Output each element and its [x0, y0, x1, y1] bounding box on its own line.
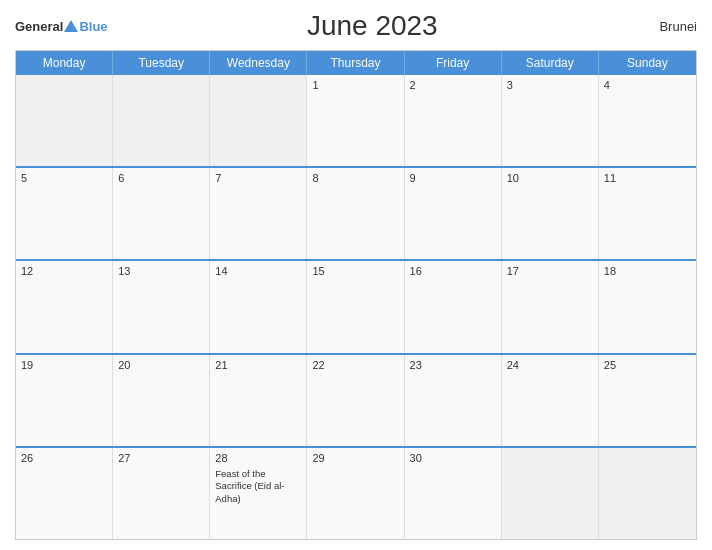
day-number: 9	[410, 172, 496, 184]
day-cell	[210, 75, 307, 166]
day-cell	[502, 448, 599, 539]
day-number: 21	[215, 359, 301, 371]
day-cell: 28Feast of the Sacrifice (Eid al-Adha)	[210, 448, 307, 539]
day-number: 20	[118, 359, 204, 371]
day-number: 10	[507, 172, 593, 184]
day-cell: 1	[307, 75, 404, 166]
day-header-wednesday: Wednesday	[210, 51, 307, 75]
day-header-friday: Friday	[405, 51, 502, 75]
day-cell: 10	[502, 168, 599, 259]
day-number: 15	[312, 265, 398, 277]
day-event: Feast of the Sacrifice (Eid al-Adha)	[215, 468, 301, 505]
day-number: 18	[604, 265, 691, 277]
day-cell: 20	[113, 355, 210, 446]
day-number: 11	[604, 172, 691, 184]
day-number: 6	[118, 172, 204, 184]
calendar-page: General Blue June 2023 Brunei MondayTues…	[0, 0, 712, 550]
logo-blue-text: Blue	[79, 19, 107, 34]
day-cell: 18	[599, 261, 696, 352]
day-cell: 2	[405, 75, 502, 166]
day-cell: 9	[405, 168, 502, 259]
day-cell	[16, 75, 113, 166]
day-number: 29	[312, 452, 398, 464]
day-cell: 8	[307, 168, 404, 259]
day-cell: 13	[113, 261, 210, 352]
day-cell: 21	[210, 355, 307, 446]
week-row-4: 262728Feast of the Sacrifice (Eid al-Adh…	[16, 446, 696, 539]
day-number: 7	[215, 172, 301, 184]
day-number: 4	[604, 79, 691, 91]
logo-general-text: General	[15, 19, 63, 34]
day-number: 27	[118, 452, 204, 464]
day-number: 30	[410, 452, 496, 464]
day-number: 13	[118, 265, 204, 277]
day-cell: 27	[113, 448, 210, 539]
day-cell: 17	[502, 261, 599, 352]
day-header-thursday: Thursday	[307, 51, 404, 75]
logo-triangle-icon	[64, 20, 78, 32]
day-cell: 15	[307, 261, 404, 352]
country-label: Brunei	[637, 19, 697, 34]
day-cell: 19	[16, 355, 113, 446]
day-number: 26	[21, 452, 107, 464]
day-number: 19	[21, 359, 107, 371]
day-cell: 7	[210, 168, 307, 259]
day-number: 28	[215, 452, 301, 464]
day-cell: 16	[405, 261, 502, 352]
day-number: 8	[312, 172, 398, 184]
day-number: 16	[410, 265, 496, 277]
week-row-3: 19202122232425	[16, 353, 696, 446]
day-cell: 14	[210, 261, 307, 352]
day-number: 25	[604, 359, 691, 371]
day-header-monday: Monday	[16, 51, 113, 75]
week-row-2: 12131415161718	[16, 259, 696, 352]
day-header-tuesday: Tuesday	[113, 51, 210, 75]
day-number: 5	[21, 172, 107, 184]
header: General Blue June 2023 Brunei	[15, 10, 697, 42]
day-number: 17	[507, 265, 593, 277]
week-row-1: 567891011	[16, 166, 696, 259]
day-cell: 12	[16, 261, 113, 352]
week-row-0: 1234	[16, 75, 696, 166]
day-cell: 4	[599, 75, 696, 166]
day-cell: 5	[16, 168, 113, 259]
day-cell: 24	[502, 355, 599, 446]
day-cell	[599, 448, 696, 539]
day-cell	[113, 75, 210, 166]
day-cell: 25	[599, 355, 696, 446]
day-cell: 30	[405, 448, 502, 539]
day-number: 1	[312, 79, 398, 91]
day-header-sunday: Sunday	[599, 51, 696, 75]
calendar-title: June 2023	[108, 10, 637, 42]
day-number: 23	[410, 359, 496, 371]
day-number: 22	[312, 359, 398, 371]
day-number: 3	[507, 79, 593, 91]
day-cell: 11	[599, 168, 696, 259]
day-cell: 3	[502, 75, 599, 166]
day-number: 12	[21, 265, 107, 277]
day-cell: 6	[113, 168, 210, 259]
day-number: 14	[215, 265, 301, 277]
logo: General Blue	[15, 19, 108, 34]
day-cell: 23	[405, 355, 502, 446]
day-cell: 29	[307, 448, 404, 539]
day-headers-row: MondayTuesdayWednesdayThursdayFridaySatu…	[16, 51, 696, 75]
day-header-saturday: Saturday	[502, 51, 599, 75]
weeks-container: 1234567891011121314151617181920212223242…	[16, 75, 696, 539]
day-number: 2	[410, 79, 496, 91]
day-cell: 26	[16, 448, 113, 539]
calendar-grid: MondayTuesdayWednesdayThursdayFridaySatu…	[15, 50, 697, 540]
day-number: 24	[507, 359, 593, 371]
day-cell: 22	[307, 355, 404, 446]
